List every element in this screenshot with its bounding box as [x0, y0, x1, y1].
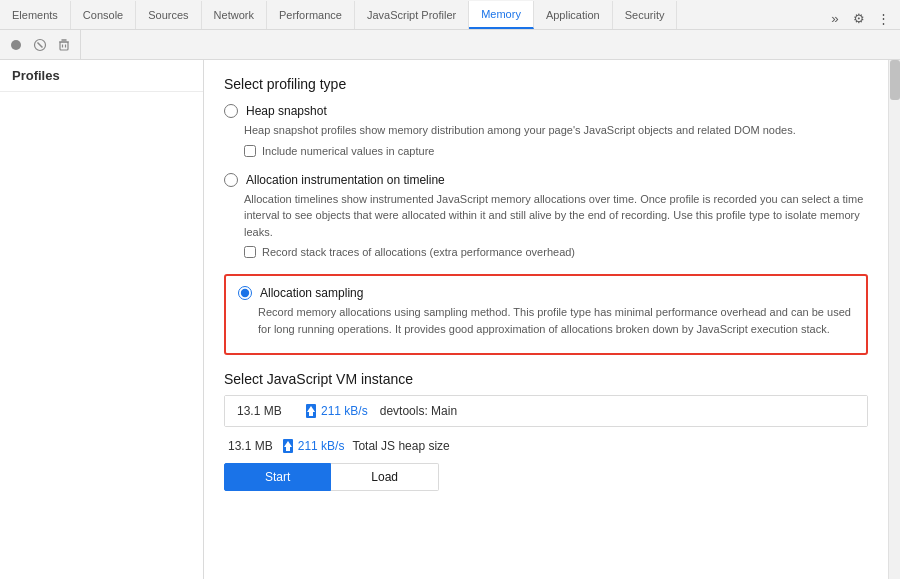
allocation-sampling-radio[interactable]	[238, 286, 252, 300]
include-numerical-checkbox[interactable]	[244, 145, 256, 157]
tab-js-profiler[interactable]: JavaScript Profiler	[355, 1, 469, 29]
sidebar: Profiles	[0, 60, 204, 579]
tab-network[interactable]: Network	[202, 1, 267, 29]
vm-section-title: Select JavaScript VM instance	[224, 371, 868, 387]
main-content: Select profiling type Heap snapshot Heap…	[204, 60, 888, 579]
footer-size: 13.1 MB	[228, 439, 273, 453]
allocation-timeline-checkbox-row: Record stack traces of allocations (extr…	[244, 246, 868, 258]
heap-snapshot-header: Heap snapshot	[224, 104, 868, 118]
tab-application[interactable]: Application	[534, 1, 613, 29]
tab-elements[interactable]: Elements	[0, 1, 71, 29]
vm-rate-up-icon	[304, 404, 318, 418]
load-button[interactable]: Load	[331, 463, 439, 491]
tab-bar: Elements Console Sources Network Perform…	[0, 0, 900, 30]
settings-button[interactable]: ⚙	[848, 7, 870, 29]
footer-rate-value: 211 kB/s	[298, 439, 345, 453]
toolbar-icons	[0, 30, 81, 59]
scrollbar-track[interactable]	[888, 60, 900, 579]
svg-rect-3	[60, 42, 68, 50]
tab-security[interactable]: Security	[613, 1, 678, 29]
more-tabs-button[interactable]: »	[824, 7, 846, 29]
record-stack-traces-checkbox[interactable]	[244, 246, 256, 258]
heap-snapshot-radio[interactable]	[224, 104, 238, 118]
allocation-sampling-desc: Record memory allocations using sampling…	[258, 304, 854, 337]
heap-snapshot-desc: Heap snapshot profiles show memory distr…	[244, 122, 868, 139]
allocation-timeline-option: Allocation instrumentation on timeline A…	[224, 173, 868, 259]
footer-rate: 211 kB/s	[281, 439, 345, 453]
tab-bar-end: » ⚙ ⋮	[818, 7, 900, 29]
start-button[interactable]: Start	[224, 463, 331, 491]
footer-rate-icon	[281, 439, 295, 453]
action-buttons: Start Load	[224, 463, 868, 491]
record-stack-traces-label[interactable]: Record stack traces of allocations (extr…	[262, 246, 575, 258]
heap-snapshot-checkbox-row: Include numerical values in capture	[244, 145, 868, 157]
tab-sources[interactable]: Sources	[136, 1, 201, 29]
record-button[interactable]	[6, 35, 26, 55]
heap-snapshot-label[interactable]: Heap snapshot	[246, 104, 327, 118]
delete-button[interactable]	[54, 35, 74, 55]
vm-size: 13.1 MB	[237, 404, 292, 418]
allocation-timeline-label[interactable]: Allocation instrumentation on timeline	[246, 173, 445, 187]
footer-stats: 13.1 MB 211 kB/s Total JS heap size	[224, 439, 868, 453]
svg-line-2	[38, 42, 43, 47]
vm-rate: 211 kB/s	[304, 404, 368, 418]
tab-console[interactable]: Console	[71, 1, 136, 29]
select-profiling-title: Select profiling type	[224, 76, 868, 92]
main-layout: Profiles Select profiling type Heap snap…	[0, 60, 900, 579]
memory-toolbar	[0, 30, 900, 60]
allocation-timeline-radio[interactable]	[224, 173, 238, 187]
svg-rect-13	[286, 447, 290, 451]
allocation-sampling-label[interactable]: Allocation sampling	[260, 286, 363, 300]
stop-button[interactable]	[30, 35, 50, 55]
scrollbar-thumb[interactable]	[890, 60, 900, 100]
vm-table: 13.1 MB 211 kB/s devtools: Main	[224, 395, 868, 427]
svg-point-0	[11, 40, 21, 50]
allocation-timeline-desc: Allocation timelines show instrumented J…	[244, 191, 868, 241]
allocation-sampling-header: Allocation sampling	[238, 286, 854, 300]
svg-rect-10	[309, 412, 313, 416]
vm-row[interactable]: 13.1 MB 211 kB/s devtools: Main	[225, 396, 867, 426]
vm-name: devtools: Main	[380, 404, 457, 418]
footer-label: Total JS heap size	[352, 439, 449, 453]
sidebar-title: Profiles	[0, 60, 203, 92]
tab-performance[interactable]: Performance	[267, 1, 355, 29]
heap-snapshot-option: Heap snapshot Heap snapshot profiles sho…	[224, 104, 868, 157]
vm-rate-value: 211 kB/s	[321, 404, 368, 418]
allocation-sampling-selected-box: Allocation sampling Record memory alloca…	[224, 274, 868, 355]
tab-memory[interactable]: Memory	[469, 1, 534, 29]
more-options-button[interactable]: ⋮	[872, 7, 894, 29]
include-numerical-label[interactable]: Include numerical values in capture	[262, 145, 434, 157]
allocation-sampling-option: Allocation sampling Record memory alloca…	[238, 286, 854, 337]
allocation-timeline-header: Allocation instrumentation on timeline	[224, 173, 868, 187]
